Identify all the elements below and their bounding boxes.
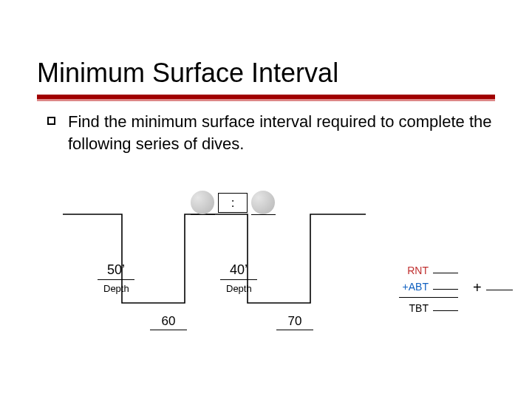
- dive1-depth: 50’: [98, 262, 134, 280]
- pg-circle-after: [251, 191, 275, 214]
- tbt-label: TBT: [399, 302, 433, 314]
- plus-sign: +: [473, 279, 482, 296]
- pg-blank-1: [191, 214, 215, 215]
- pg-blank-2: [251, 214, 276, 215]
- dive2-depth: 40’: [220, 262, 257, 280]
- dive1-bottom-time: 60: [150, 314, 187, 330]
- slide-title: Minimum Surface Interval: [37, 58, 338, 89]
- rnt-label: RNT: [399, 265, 433, 276]
- dive1-depth-label: Depth: [103, 283, 129, 294]
- abt-label: +ABT: [399, 281, 433, 293]
- tbt-blank: [433, 310, 458, 311]
- dive2-depth-label: Depth: [226, 283, 252, 294]
- title-rule-shadow: [37, 99, 495, 101]
- surface-interval-box: :: [218, 193, 248, 213]
- sum-blank: [486, 290, 513, 290]
- abt-blank: [433, 289, 458, 290]
- bullet-icon: [47, 117, 55, 125]
- body-text: Find the minimum surface interval requir…: [68, 111, 497, 154]
- rnt-blank: [433, 273, 458, 273]
- nitrogen-calc: RNT +ABT TBT: [399, 262, 458, 316]
- dive-profile: [59, 207, 369, 310]
- pg-circle-before: [191, 191, 214, 214]
- dive2-bottom-time: 70: [276, 314, 313, 330]
- calc-divider: [399, 297, 458, 298]
